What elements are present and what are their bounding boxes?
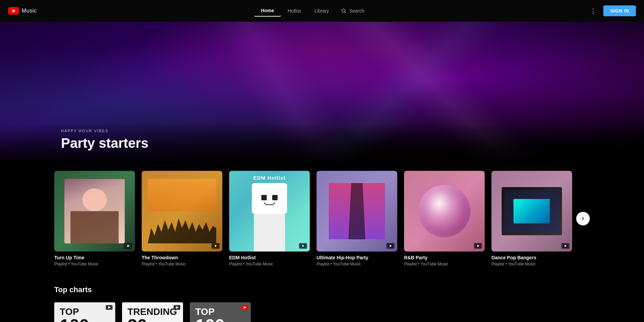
youtube-badge-icon (213, 244, 218, 248)
chart-art-trending: TRENDING 20 (122, 302, 183, 322)
chart-num-white: 100 (60, 317, 110, 322)
chart-card-top100-white[interactable]: TOP 100 MUSIC VIDEOS (54, 302, 115, 322)
svg-point-2 (342, 9, 345, 12)
top-charts-row: TOP 100 MUSIC VIDEOS (54, 302, 590, 322)
chart-trending-num: 20 (127, 317, 178, 322)
thumb-inner-dance (491, 171, 572, 251)
yt-badge-hiphop (386, 243, 395, 249)
yt-badge-chart1 (106, 305, 113, 311)
search-nav-item[interactable]: Search (336, 5, 369, 16)
card-name-rnb: R&B Party (404, 255, 485, 260)
card-thumb-throwdown (142, 171, 222, 251)
chart-art-white: TOP 100 MUSIC VIDEOS (54, 302, 115, 322)
yt-badge-rnb (474, 243, 482, 249)
yt-badge-edm (299, 243, 307, 249)
card-thumb-hiphop (317, 171, 397, 251)
yt-badge-turn-up (124, 243, 132, 249)
card-hiphop-party[interactable]: Ultimate Hip-Hop Party Playlist • YouTub… (317, 171, 397, 266)
chart-art-gray: TOP 100 MUSIC VIDEOS (190, 302, 251, 322)
chart-thumb-trending20: TRENDING 20 (122, 302, 183, 322)
card-name-hiphop: Ultimate Hip-Hop Party (317, 255, 397, 260)
edm-label: EDM Hotlist (229, 175, 310, 181)
hero-text-block: HAPPY HOUR VIBES Party starters (61, 129, 148, 150)
card-sub-turn-up-time: Playlist • YouTube Music (54, 262, 135, 266)
search-label: Search (349, 8, 364, 14)
youtube-badge-icon (563, 244, 568, 248)
diamond-art (418, 185, 471, 238)
more-options-button[interactable]: ⋮ (587, 5, 599, 16)
svg-line-3 (345, 12, 346, 13)
thumb-inner-rnb (404, 171, 485, 251)
youtube-badge-icon (388, 244, 393, 248)
card-name-dance: Dance Pop Bangers (491, 255, 572, 260)
thumb-inner-hiphop (317, 171, 397, 251)
search-icon (341, 8, 346, 14)
card-thumb-edm: EDM Hotlist ✕ ✕ (229, 171, 310, 251)
card-dance-pop[interactable]: Dance Pop Bangers Playlist • YouTube Mus… (491, 171, 572, 266)
youtube-badge-icon (300, 244, 306, 248)
card-sub-throwdown: Playlist • YouTube Music (142, 262, 222, 266)
chevron-right-icon (580, 216, 586, 221)
card-turn-up-time[interactable]: Turn Up Time Playlist • YouTube Music (54, 171, 135, 266)
hero-label: HAPPY HOUR VIBES (61, 129, 148, 133)
marshmello-art: EDM Hotlist ✕ ✕ (229, 171, 310, 251)
nav-item-library[interactable]: Library (308, 5, 336, 16)
chart-num-gray: 100 (195, 317, 245, 322)
card-thumb-rnb (404, 171, 485, 251)
main-content: Turn Up Time Playlist • YouTube Music (0, 164, 644, 322)
chart-card-top100-gray[interactable]: TOP 100 MUSIC VIDEOS (190, 302, 251, 322)
chart-thumb-top100-white: TOP 100 MUSIC VIDEOS (54, 302, 115, 322)
cards-row: Turn Up Time Playlist • YouTube Music (54, 171, 572, 266)
chart-top-label-gray: TOP (195, 307, 245, 317)
nav-item-hotlist[interactable]: Hotlist (281, 5, 308, 16)
card-name-turn-up-time: Turn Up Time (54, 255, 135, 260)
card-the-throwdown[interactable]: The Throwdown Playlist • YouTube Music (142, 171, 222, 266)
yt-badge-chart2 (174, 305, 180, 311)
youtube-badge-icon (125, 244, 131, 248)
header-right: ⋮ SIGN IN (587, 5, 636, 16)
chart-top-label-white: TOP (60, 307, 110, 317)
nav-item-home[interactable]: Home (254, 5, 281, 17)
hiphop-art (329, 183, 385, 240)
top-charts-section: Top charts TOP 100 MUSIC VIDEOS (54, 285, 590, 322)
card-name-edm: EDM Hotlist (229, 255, 310, 260)
header: Music Home Hotlist Library Search ⋮ SIGN… (0, 0, 644, 22)
chart-thumb-top100-gray: TOP 100 MUSIC VIDEOS (190, 302, 251, 322)
chart-card-trending20[interactable]: TRENDING 20 (122, 302, 183, 322)
top-charts-title: Top charts (54, 285, 590, 294)
marshmello-figure: ✕ ✕ (247, 183, 292, 251)
yt-badge-chart3 (241, 305, 248, 311)
chart-trending-label: TRENDING (127, 307, 178, 317)
youtube-logo-icon (8, 7, 19, 15)
card-sub-rnb: Playlist • YouTube Music (404, 262, 485, 266)
sign-in-button[interactable]: SIGN IN (603, 5, 636, 16)
youtube-red-icon (241, 305, 248, 310)
logo-text: Music (22, 8, 37, 14)
logo[interactable]: Music (8, 7, 37, 15)
crowd-image (148, 179, 216, 243)
party-starters-carousel: Turn Up Time Playlist • YouTube Music (54, 171, 590, 266)
party-starters-section: Turn Up Time Playlist • YouTube Music (54, 171, 590, 266)
card-sub-edm: Playlist • YouTube Music (229, 262, 310, 266)
yt-badge-throwdown (212, 243, 220, 249)
hero-section: HAPPY HOUR VIBES Party starters (0, 22, 644, 164)
main-nav: Home Hotlist Library Search (254, 5, 370, 17)
youtube-small-icon (106, 305, 113, 310)
thumb-inner-throwdown (142, 171, 222, 251)
card-thumb-turn-up-time (54, 171, 135, 251)
marshmello-body (254, 214, 285, 251)
youtube-small-icon (174, 305, 180, 310)
card-sub-dance: Playlist • YouTube Music (491, 262, 572, 266)
yt-badge-dance (561, 243, 569, 249)
hero-title: Party starters (61, 136, 148, 150)
carousel-next-button[interactable] (576, 212, 590, 225)
person-image (64, 179, 125, 243)
card-rnb-party[interactable]: R&B Party Playlist • YouTube Music (404, 171, 485, 266)
dance-art (502, 187, 562, 236)
card-thumb-dance (491, 171, 572, 251)
marshmello-head: ✕ ✕ (252, 183, 287, 214)
card-sub-hiphop: Playlist • YouTube Music (317, 262, 397, 266)
thumb-inner (54, 171, 135, 251)
youtube-badge-icon (475, 244, 481, 248)
card-edm-hotlist[interactable]: EDM Hotlist ✕ ✕ (229, 171, 310, 266)
